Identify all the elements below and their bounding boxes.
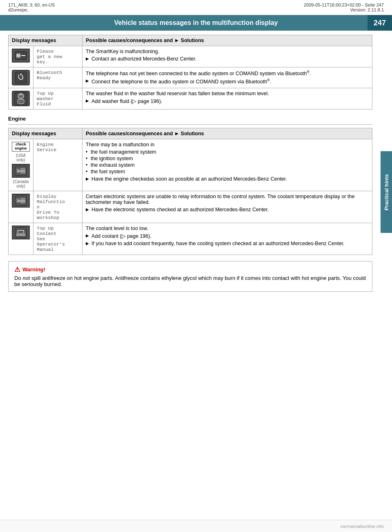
main-content: Display messages Possible causes/consequ… [0,31,381,300]
svg-rect-11 [16,170,25,172]
msg-cell-coolant: Top UpCoolantSeeOperator'sManual [33,223,82,255]
warning-triangle-icon: ⚠ [14,266,20,273]
msg-cell-malfunction: DisplayMalfunctionDrive ToWorkshop [33,191,82,223]
title-bar: Vehicle status messages in the multifunc… [0,15,392,31]
msg-cell-key: Pleaseget a newkey. [33,46,82,67]
svg-rect-20 [16,235,25,235]
solution-cell-coolant: The coolant level is too low. Add coolan… [82,223,372,255]
malfunction-icon [12,194,30,208]
icon-cell-malfunction [9,191,33,223]
header-right: 2009-05-11T16:00:23+02:00 - Seite 247 Ve… [304,2,384,12]
solution-text: Certain electronic systems are unable to… [86,194,369,205]
warning-title-text: Warning! [22,266,45,273]
svg-rect-12 [16,170,17,173]
table-row: checkengine (USA only) (Canadaonly) [9,139,372,191]
header-left-top: 171_AKB; 3; 60, en-US [8,2,55,7]
washer-icon [12,91,30,106]
list-item: the fuel system [86,169,369,174]
svg-rect-17 [16,199,17,203]
header-left-bottom: d2ureepe, [8,7,55,12]
solution-arrow: Connect the telephone to the audio syste… [86,78,369,85]
solution-text: The telephone has not yet been connected… [86,70,369,76]
warning-box: ⚠ Warning! Do not spill antifreeze on ho… [8,261,372,292]
engine-col2: Possible causes/consequences and ► Solut… [82,128,372,139]
engine-col1: Display messages [9,128,82,139]
warning-text: Do not spill antifreeze on hot engine pa… [14,275,366,287]
solution-cell-bluetooth: The telephone has not yet been connected… [82,67,372,88]
warning-title: ⚠ Warning! [14,266,366,273]
solution-cell-key: The SmartKey is malfunctioning. Contact … [82,46,372,67]
solution-text: The SmartKey is malfunctioning. [86,49,369,54]
header-right-bottom: Version: 2.11.8.1 [304,7,384,12]
list-item: the exhaust system [86,162,369,168]
header-left: 171_AKB; 3; 60, en-US d2ureepe, [8,2,55,12]
solution-arrow-1: Add coolant (▷ page 196). [86,233,369,239]
solution-intro: There may be a malfunction in [86,142,369,148]
solution-cell-engine-service: There may be a malfunction in the fuel m… [82,139,372,191]
icon-cell-check-engine: checkengine (USA only) (Canadaonly) [9,139,33,191]
site-logo: carmanualsonline.info [340,524,384,529]
bullet-list: the fuel management system the ignition … [86,149,369,174]
table1-col1: Display messages [9,35,82,46]
header-right-top: 2009-05-11T16:00:23+02:00 - Seite 247 [304,2,384,7]
bottom-bar: carmanualsonline.info [0,520,392,532]
doc-header: 171_AKB; 3; 60, en-US d2ureepe, 2009-05-… [0,0,392,15]
side-tab-label: Practical hints [383,174,390,210]
solution-cell-malfunction: Certain electronic systems are unable to… [82,191,372,223]
key-icon [12,49,30,63]
table-row: DisplayMalfunctionDrive ToWorkshop Certa… [9,191,372,223]
icon-cell-phone [9,67,33,88]
solution-arrow: Have the engine checkedas soon as possib… [86,176,369,182]
list-item: the ignition system [86,156,369,161]
phone-icon [12,70,30,85]
solution-text: The coolant level is too low. [86,226,369,231]
page-title: Vehicle status messages in the multifunc… [114,19,278,27]
table-row: Top UpWasherFluid The washer fluid in th… [9,88,372,110]
canada-label: (Canadaonly) [13,179,29,188]
solution-arrow-2: If you have to add coolant frequently, h… [86,241,369,246]
check-engine-icon: checkengine [12,142,30,152]
usa-label: (USA only) [12,153,30,162]
msg-cell-engine-service: EngineService [33,139,82,191]
svg-rect-16 [16,200,25,202]
page-number: 247 [368,15,392,31]
svg-point-5 [20,74,22,75]
icon-cell-coolant [9,223,33,255]
engine-table: Display messages Possible causes/consequ… [8,128,372,255]
icon-cell-washer [9,88,33,110]
section-divider [8,124,372,125]
list-item: the fuel management system [86,149,369,155]
side-tab: Practical hints [381,151,392,233]
table1-col2: Possible causes/consequences and ► Solut… [82,35,372,46]
table-row: Top UpCoolantSeeOperator'sManual The coo… [9,223,372,255]
solution-cell-washer: The washer fluid in the washer fluid res… [82,88,372,110]
coolant-icon [12,226,30,239]
svg-rect-3 [16,54,20,57]
table-row: Pleaseget a newkey. The SmartKey is malf… [9,46,372,67]
solution-arrow: Have the electronic systems checked at a… [86,207,369,212]
engine-icon-canada [12,164,30,178]
solution-text: The washer fluid in the washer fluid res… [86,91,369,96]
icon-cell-key [9,46,33,67]
table-row: BluetoothReady The telephone has not yet… [9,67,372,88]
msg-cell-washer: Top UpWasherFluid [33,88,82,110]
check-engine-group: checkengine (USA only) (Canadaonly) [12,142,30,188]
engine-section-title: Engine [8,116,372,122]
display-messages-table-1: Display messages Possible causes/consequ… [8,35,372,110]
solution-arrow: Contact an authorized Mercedes-Benz Cent… [86,56,369,62]
solution-arrow: Add washer fluid (▷ page 196). [86,98,369,104]
msg-cell-bluetooth: BluetoothReady [33,67,82,88]
